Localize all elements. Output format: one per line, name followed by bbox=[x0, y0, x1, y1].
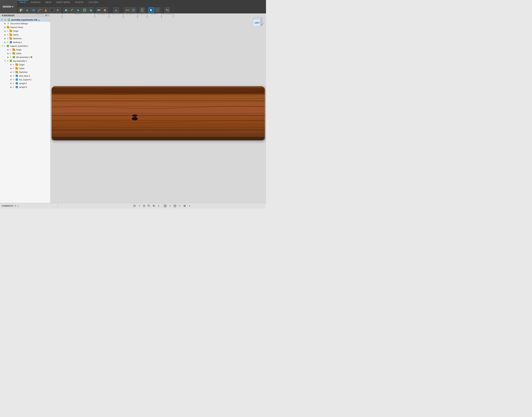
browser-item-upright1[interactable]: ▶ 👁 upright:1 bbox=[0, 82, 50, 85]
sketches-arrow[interactable]: ▶ bbox=[4, 38, 6, 39]
browser-item-joints2[interactable]: ▶ 👁 Joints bbox=[0, 52, 50, 55]
joints2-arrow[interactable]: ▶ bbox=[7, 52, 9, 54]
orbit-dropdown[interactable]: ▾ bbox=[137, 204, 141, 208]
fit-button[interactable] bbox=[152, 204, 156, 208]
support-assembly-eye[interactable]: 👁 bbox=[3, 45, 6, 47]
leg-assembly-arrow[interactable]: ▼ bbox=[4, 60, 6, 62]
viewport[interactable]: LEFT Z bbox=[50, 13, 266, 208]
browser-item-doc-settings[interactable]: ▶ ⚙ Document Settings bbox=[0, 22, 50, 25]
visual-dropdown[interactable]: ▾ bbox=[187, 204, 191, 208]
align-button[interactable] bbox=[164, 7, 170, 13]
loft-button[interactable] bbox=[43, 7, 49, 13]
origin3-arrow[interactable]: ▶ bbox=[10, 64, 12, 66]
move-button[interactable]: ✛ bbox=[55, 7, 61, 13]
sled-base-arrow[interactable]: ▶ bbox=[10, 75, 12, 77]
upright4-arrow[interactable]: ▶ bbox=[10, 86, 12, 88]
display-mode-button[interactable] bbox=[163, 204, 167, 208]
select-mode-button[interactable] bbox=[155, 7, 160, 13]
top-support-arrow[interactable]: ▶ bbox=[10, 79, 12, 81]
tab-mesh[interactable]: MESH bbox=[43, 0, 54, 4]
scale-button[interactable] bbox=[88, 7, 93, 13]
browser-item-sled-base[interactable]: ▶ 👁 sled_base:1 bbox=[0, 74, 50, 78]
top-support-eye[interactable]: 👁 bbox=[12, 79, 15, 81]
new-component-button[interactable] bbox=[18, 7, 24, 13]
joints2-eye[interactable]: 👁 bbox=[9, 52, 12, 54]
upright4-eye[interactable]: 👁 bbox=[12, 86, 15, 88]
zoom-button[interactable] bbox=[147, 204, 151, 208]
browser-item-origin3[interactable]: ▶ 👁 Origin bbox=[0, 63, 50, 66]
visual-style-button[interactable] bbox=[182, 204, 187, 208]
browser-item-support-assembly[interactable]: ▼ 👁 support_assembly:1 bbox=[0, 44, 50, 48]
doc-settings-arrow[interactable]: ▶ bbox=[4, 23, 6, 24]
browser-item-origin[interactable]: ▶ 👁 Origin bbox=[0, 29, 50, 33]
sketches3-eye[interactable]: 👁 bbox=[12, 71, 15, 73]
sketches3-arrow[interactable]: ▶ bbox=[10, 71, 12, 73]
sled-base-eye[interactable]: 👁 bbox=[12, 75, 15, 77]
browser-back-icon[interactable]: ◀ bbox=[1, 14, 3, 17]
origin-eye[interactable]: 👁 bbox=[6, 30, 9, 32]
browser-item-desktop1[interactable]: ▶ 👁 desktop:1 bbox=[0, 40, 50, 44]
extrude-button[interactable] bbox=[24, 7, 30, 13]
display-dropdown[interactable]: ▾ bbox=[168, 204, 172, 208]
browser-item-origin2[interactable]: ▶ 👁 Origin bbox=[0, 48, 50, 52]
browser-root-item[interactable]: ▼ assembly experiments v32 ☁ bbox=[0, 18, 50, 22]
browser-item-joints[interactable]: ▶ 👁 Joints bbox=[0, 33, 50, 37]
tab-solid[interactable]: SOLID bbox=[18, 0, 28, 4]
joints3-eye[interactable]: 👁 bbox=[12, 67, 15, 70]
revolve-button[interactable] bbox=[31, 7, 36, 13]
comments-add-icon[interactable]: ⊕ bbox=[15, 205, 16, 207]
grid-button[interactable] bbox=[173, 204, 177, 208]
desktop-eye[interactable]: 👁 bbox=[6, 41, 9, 43]
browser-item-sketches3[interactable]: ▶ 👁 Sketches bbox=[0, 70, 50, 74]
tab-sheet-metal[interactable]: SHEET METAL bbox=[54, 0, 72, 4]
press-pull-button[interactable] bbox=[63, 7, 69, 13]
sweep-button[interactable] bbox=[37, 7, 42, 13]
joints3-arrow[interactable]: ▶ bbox=[10, 67, 12, 69]
browser-item-upright4[interactable]: ▶ 👁 upright:4 bbox=[0, 85, 50, 89]
leg-assembly-eye[interactable]: 👁 bbox=[6, 60, 9, 62]
left-assembly-arrow[interactable]: ▶ bbox=[7, 56, 9, 58]
shell-button[interactable] bbox=[82, 7, 87, 13]
ground-button[interactable] bbox=[102, 7, 108, 13]
origin2-eye[interactable]: 👁 bbox=[9, 49, 12, 51]
zoom-dropdown[interactable]: ▾ bbox=[157, 204, 161, 208]
joints-arrow[interactable]: ▶ bbox=[4, 34, 6, 36]
tab-plastic[interactable]: PLASTIC bbox=[73, 0, 86, 4]
fillet-button[interactable] bbox=[70, 7, 75, 13]
insert-derive-button[interactable] bbox=[140, 7, 145, 13]
left-assembly-eye[interactable]: 👁 bbox=[9, 56, 12, 58]
chamfer-button[interactable] bbox=[76, 7, 81, 13]
tab-surface[interactable]: SURFACE bbox=[29, 0, 43, 4]
comments-label: COMMENTS bbox=[1, 205, 13, 207]
upright1-eye[interactable]: 👁 bbox=[12, 82, 15, 84]
browser-item-sketches[interactable]: ▶ 👁 Sketches bbox=[0, 37, 50, 40]
hole-button[interactable] bbox=[49, 7, 55, 13]
comments-expand-icon[interactable]: ≡ bbox=[17, 205, 19, 207]
origin-arrow[interactable]: ▶ bbox=[4, 30, 6, 32]
root-arrow[interactable]: ▼ bbox=[1, 19, 3, 21]
joint-button[interactable] bbox=[96, 7, 101, 13]
select-button[interactable] bbox=[148, 7, 154, 13]
support-assembly-arrow[interactable]: ▼ bbox=[1, 45, 3, 47]
browser-item-top-support[interactable]: ▶ 👁 top_support:1 bbox=[0, 78, 50, 82]
offset-plane-button[interactable] bbox=[113, 7, 119, 13]
pan-button[interactable] bbox=[142, 204, 146, 208]
origin3-eye[interactable]: 👁 bbox=[12, 64, 15, 66]
section-analysis-button[interactable] bbox=[131, 7, 136, 13]
measure-button[interactable] bbox=[124, 7, 130, 13]
tab-utilities[interactable]: UTILITIES bbox=[86, 0, 100, 4]
browser-item-leg-assembly[interactable]: ▼ 👁 leg assembly:1 bbox=[0, 59, 50, 63]
joints-eye[interactable]: 👁 bbox=[6, 34, 9, 36]
desktop-arrow[interactable]: ▶ bbox=[4, 41, 6, 43]
upright1-arrow[interactable]: ▶ bbox=[10, 82, 12, 84]
browser-item-left-assembly[interactable]: ▶ 👁 left assembly:1 bbox=[0, 55, 50, 59]
orbit-button[interactable] bbox=[132, 204, 136, 208]
named-views-arrow[interactable]: ▶ bbox=[4, 26, 6, 28]
browser-item-joints3[interactable]: ▶ 👁 Joints bbox=[0, 66, 50, 70]
origin2-arrow[interactable]: ▶ bbox=[7, 49, 9, 51]
design-button[interactable]: DESIGN ▾ bbox=[0, 0, 17, 13]
grid-dropdown[interactable]: ▾ bbox=[178, 204, 182, 208]
sketches-eye[interactable]: 👁 bbox=[6, 38, 9, 40]
browser-item-named-views[interactable]: ▶ Named Views bbox=[0, 25, 50, 29]
svg-marker-69 bbox=[143, 206, 143, 206]
